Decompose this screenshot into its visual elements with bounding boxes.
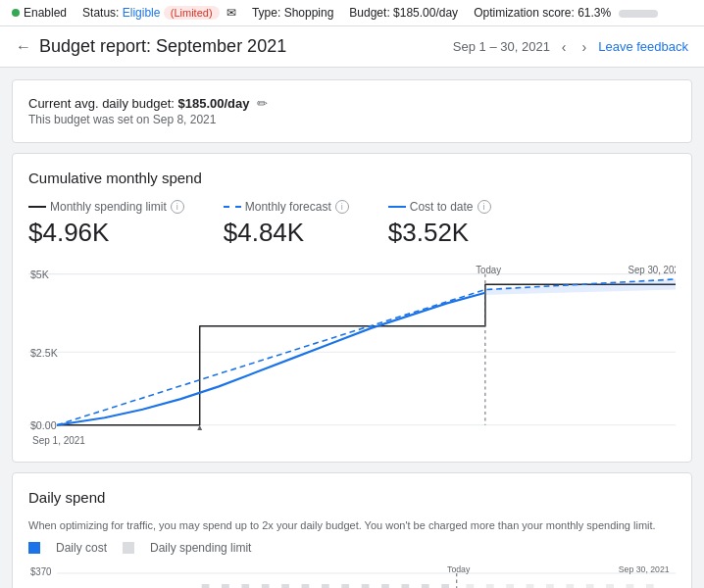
metric-value-0: $4.96K bbox=[28, 218, 184, 248]
svg-rect-39 bbox=[302, 584, 310, 588]
svg-text:Today: Today bbox=[447, 564, 471, 574]
type-value: Shopping bbox=[284, 6, 334, 20]
prev-date-button[interactable]: ‹ bbox=[558, 37, 571, 57]
metric-monthly-limit: Monthly spending limit i $4.96K bbox=[28, 200, 184, 248]
date-range: Sep 1 – 30, 2021 bbox=[453, 39, 550, 54]
info-icon-2[interactable]: i bbox=[478, 200, 491, 214]
x-label-start: Sep 1, 2021 bbox=[32, 435, 85, 446]
metric-label-monthly-limit: Monthly spending limit i bbox=[28, 200, 184, 214]
metric-label-cost-to-date: Cost to date i bbox=[388, 200, 491, 214]
svg-rect-62 bbox=[566, 584, 574, 588]
feedback-link[interactable]: Leave feedback bbox=[598, 39, 688, 54]
cumulative-spend-card: Cumulative monthly spend Monthly spendin… bbox=[12, 153, 692, 463]
chart-x-labels: Sep 1, 2021 bbox=[28, 435, 676, 446]
cumulative-chart: $5K $2.5K $0.00 Today Sep 30, 2021 bbox=[28, 264, 676, 430]
svg-rect-57 bbox=[466, 584, 474, 588]
budget-info: Current avg. daily budget: $185.00/day ✏ bbox=[28, 96, 676, 111]
legend-solid-icon bbox=[28, 206, 46, 208]
daily-title: Daily spend bbox=[28, 489, 676, 506]
svg-rect-41 bbox=[322, 584, 329, 588]
daily-bar-chart: $370 $0.00 bbox=[28, 563, 676, 588]
enabled-status: Enabled bbox=[12, 6, 67, 20]
svg-rect-49 bbox=[401, 584, 409, 588]
enabled-label: Enabled bbox=[24, 6, 67, 20]
status-chip: Status: Eligible (Limited) ✉ bbox=[82, 6, 236, 20]
svg-rect-29 bbox=[202, 584, 210, 588]
svg-rect-33 bbox=[241, 584, 249, 588]
next-date-button[interactable]: › bbox=[578, 37, 591, 57]
svg-rect-61 bbox=[546, 584, 554, 588]
page-title: Budget report: September 2021 bbox=[39, 36, 286, 57]
metric-label-text-1: Monthly forecast bbox=[245, 200, 331, 214]
eligible-limited-badge: Eligible bbox=[123, 6, 164, 20]
metric-value-2: $3.52K bbox=[388, 218, 491, 248]
svg-rect-63 bbox=[586, 584, 594, 588]
metric-label-text-0: Monthly spending limit bbox=[50, 200, 167, 214]
type-chip: Type: Shopping bbox=[252, 6, 333, 20]
svg-rect-59 bbox=[506, 584, 514, 588]
status-bar: Enabled Status: Eligible (Limited) ✉ Typ… bbox=[0, 0, 704, 26]
mail-icon: ✉ bbox=[226, 6, 236, 20]
daily-legend: Daily cost Daily spending limit bbox=[28, 541, 676, 555]
budget-label: Budget: bbox=[349, 6, 389, 20]
bar-chart-container: $370 $0.00 bbox=[28, 563, 676, 588]
opt-value: 61.3% bbox=[578, 6, 611, 20]
svg-text:Sep 30, 2021: Sep 30, 2021 bbox=[628, 264, 676, 274]
daily-subtitle: When optimizing for traffic, you may spe… bbox=[28, 519, 676, 531]
main-content: Current avg. daily budget: $185.00/day ✏… bbox=[0, 68, 704, 588]
daily-spend-card: Daily spend When optimizing for traffic,… bbox=[12, 472, 692, 588]
svg-rect-58 bbox=[486, 584, 494, 588]
svg-text:$5K: $5K bbox=[30, 268, 49, 280]
svg-rect-66 bbox=[646, 584, 654, 588]
back-button[interactable]: ← bbox=[16, 38, 31, 56]
header-left: ← Budget report: September 2021 bbox=[16, 36, 286, 57]
svg-rect-37 bbox=[281, 584, 289, 588]
type-label: Type: bbox=[252, 6, 280, 20]
opt-label: Optimization score: bbox=[474, 6, 575, 20]
svg-rect-47 bbox=[381, 584, 389, 588]
svg-text:Today: Today bbox=[476, 264, 502, 274]
legend-blue-icon bbox=[388, 206, 406, 208]
info-icon-0[interactable]: i bbox=[171, 200, 184, 214]
svg-rect-65 bbox=[627, 584, 634, 588]
metrics-row: Monthly spending limit i $4.96K Monthly … bbox=[28, 200, 676, 248]
svg-text:Sep 30, 2021: Sep 30, 2021 bbox=[619, 564, 670, 574]
metric-monthly-forecast: Monthly forecast i $4.84K bbox=[224, 200, 349, 248]
legend-daily-cost: Daily cost bbox=[56, 541, 107, 555]
status-label: Status: bbox=[82, 6, 119, 20]
metric-cost-to-date: Cost to date i $3.52K bbox=[388, 200, 491, 248]
svg-marker-6 bbox=[485, 279, 676, 295]
legend-blue-square bbox=[28, 542, 40, 554]
legend-dashed-icon bbox=[224, 206, 241, 208]
budget-info-label: Current avg. daily budget: bbox=[28, 96, 175, 111]
page-header: ← Budget report: September 2021 Sep 1 – … bbox=[0, 26, 704, 68]
limited-badge: (Limited) bbox=[164, 6, 220, 20]
opt-score-bar bbox=[619, 10, 658, 18]
budget-value: $185.00/day bbox=[393, 6, 458, 20]
legend-gray-square bbox=[123, 542, 134, 554]
svg-rect-51 bbox=[422, 584, 429, 588]
status-dot bbox=[12, 9, 20, 17]
svg-rect-31 bbox=[222, 584, 229, 588]
svg-text:$0.00: $0.00 bbox=[30, 418, 57, 430]
budget-info-amount: $185.00/day bbox=[178, 96, 250, 111]
header-right: Sep 1 – 30, 2021 ‹ › Leave feedback bbox=[453, 37, 688, 57]
cumulative-title: Cumulative monthly spend bbox=[28, 170, 676, 186]
svg-rect-64 bbox=[606, 584, 614, 588]
svg-rect-43 bbox=[341, 584, 349, 588]
cumulative-chart-container: $5K $2.5K $0.00 Today Sep 30, 2021 bbox=[28, 264, 676, 446]
budget-info-card: Current avg. daily budget: $185.00/day ✏… bbox=[12, 79, 692, 143]
budget-chip: Budget: $185.00/day bbox=[349, 6, 458, 20]
metric-label-text-2: Cost to date bbox=[410, 200, 474, 214]
svg-rect-45 bbox=[362, 584, 370, 588]
svg-rect-35 bbox=[262, 584, 270, 588]
svg-rect-60 bbox=[527, 584, 534, 588]
svg-text:$370: $370 bbox=[30, 566, 52, 578]
svg-rect-53 bbox=[441, 584, 449, 588]
legend-spending-limit: Daily spending limit bbox=[150, 541, 251, 555]
budget-date: This budget was set on Sep 8, 2021 bbox=[28, 113, 676, 126]
svg-text:$2.5K: $2.5K bbox=[30, 346, 58, 359]
edit-budget-icon[interactable]: ✏ bbox=[257, 96, 268, 111]
info-icon-1[interactable]: i bbox=[335, 200, 349, 214]
metric-value-1: $4.84K bbox=[224, 218, 349, 248]
